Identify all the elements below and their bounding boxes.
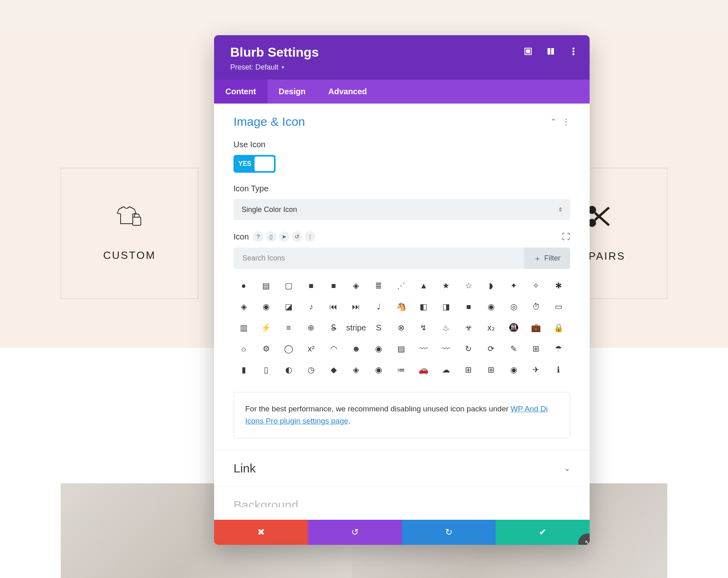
search-icons-input[interactable]: [233, 248, 524, 269]
icon-option[interactable]: 🔒: [552, 321, 565, 335]
icon-option[interactable]: ✎: [507, 342, 520, 356]
icon-option[interactable]: ◉: [372, 342, 386, 356]
icon-option[interactable]: ✧: [529, 279, 543, 292]
icon-type-select[interactable]: Single Color Icon: [233, 199, 570, 220]
icon-option[interactable]: ◉: [372, 363, 386, 377]
icon-option[interactable]: ♨: [439, 321, 453, 335]
icon-option[interactable]: ⊞: [529, 342, 543, 356]
reset-icon[interactable]: ↺: [292, 231, 302, 242]
icon-option[interactable]: ■: [462, 300, 475, 313]
icon-option[interactable]: ▤: [259, 279, 273, 292]
icon-option[interactable]: 🐴: [394, 300, 408, 313]
icon-option[interactable]: ●: [237, 279, 250, 292]
icon-option[interactable]: ◈: [237, 300, 250, 313]
icon-option[interactable]: ▭: [552, 300, 565, 313]
icon-option[interactable]: ≔: [394, 363, 408, 377]
cancel-button[interactable]: ✖: [214, 520, 308, 545]
tab-design[interactable]: Design: [267, 80, 317, 104]
icon-option[interactable]: ↻: [462, 342, 475, 356]
save-button[interactable]: ✔: [496, 520, 590, 545]
icon-option[interactable]: ◯: [282, 342, 295, 356]
tab-advanced[interactable]: Advanced: [317, 80, 378, 104]
chevron-down-icon[interactable]: ⌄: [564, 464, 570, 473]
icon-option[interactable]: ◐: [282, 363, 295, 377]
fullscreen-icon[interactable]: ⛶: [562, 232, 570, 241]
undo-button[interactable]: ↺: [308, 520, 402, 545]
icon-option[interactable]: ☣: [462, 321, 475, 335]
icon-option[interactable]: ◗: [484, 279, 498, 292]
icon-option[interactable]: ◉: [484, 300, 498, 313]
icon-option[interactable]: ⟳: [484, 342, 498, 356]
icon-option[interactable]: ▢: [282, 279, 295, 292]
icon-option[interactable]: 💼: [529, 321, 543, 335]
icon-option[interactable]: ☻: [349, 342, 363, 356]
cursor-icon[interactable]: ➤: [279, 231, 289, 242]
icon-option[interactable]: ◈: [349, 363, 363, 377]
icon-option[interactable]: ☆: [462, 279, 475, 292]
blurb-card-custom[interactable]: CUSTOM: [61, 168, 198, 299]
redo-button[interactable]: ↻: [402, 520, 496, 545]
icon-option[interactable]: S: [372, 321, 386, 335]
icon-option[interactable]: ◈: [349, 279, 363, 292]
use-icon-toggle[interactable]: YES: [233, 155, 276, 173]
mobile-icon[interactable]: ▯: [266, 231, 276, 242]
icon-option[interactable]: ▥: [237, 321, 250, 335]
icon-option[interactable]: ♪: [304, 300, 318, 313]
icon-option[interactable]: ◠: [327, 342, 340, 356]
help-icon[interactable]: ?: [253, 231, 263, 242]
icon-option[interactable]: ◉: [507, 363, 520, 377]
icon-option[interactable]: ☁: [439, 363, 453, 377]
filter-button[interactable]: ＋ Filter: [524, 248, 570, 269]
icon-option[interactable]: ↯: [417, 321, 431, 335]
icon-option[interactable]: 〰: [417, 342, 431, 356]
modal-body[interactable]: Image & Icon ⌃ ⋮ Use Icon YES Icon Type …: [214, 104, 590, 507]
icon-option[interactable]: ⊗: [394, 321, 408, 335]
icon-option[interactable]: ⊞: [462, 363, 475, 377]
icon-option[interactable]: ⚡: [259, 321, 273, 335]
icon-option[interactable]: ◉: [259, 300, 273, 313]
icon-option[interactable]: ≡: [282, 321, 295, 335]
icon-option[interactable]: 〰: [439, 342, 453, 356]
icon-option[interactable]: ⊞: [484, 363, 498, 377]
expand-icon[interactable]: [523, 47, 533, 56]
icon-option[interactable]: ▮: [237, 363, 250, 377]
more-icon[interactable]: [569, 47, 578, 56]
section-header-link[interactable]: Link ⌄: [233, 462, 570, 475]
icon-option[interactable]: ⏭: [349, 300, 363, 313]
icon-option[interactable]: ▤: [394, 342, 408, 356]
icon-option[interactable]: ✈: [529, 363, 543, 377]
icon-option[interactable]: ■: [327, 279, 340, 292]
icon-option[interactable]: ◎: [507, 300, 520, 313]
icon-option[interactable]: ⚙: [259, 342, 273, 356]
section-header-background[interactable]: Background: [233, 498, 570, 507]
icon-option[interactable]: 🚗: [417, 363, 431, 377]
icon-option[interactable]: ✱: [552, 279, 565, 292]
icon-option[interactable]: x²: [304, 342, 318, 356]
icon-option[interactable]: stripe: [349, 321, 363, 335]
tab-content[interactable]: Content: [214, 80, 267, 104]
columns-icon[interactable]: [546, 47, 556, 56]
icon-option[interactable]: ◷: [304, 363, 318, 377]
preset-dropdown[interactable]: Preset: Default ▼: [230, 63, 285, 72]
more-icon[interactable]: ⋮: [562, 117, 570, 127]
more-icon[interactable]: ⋮: [305, 231, 315, 242]
icon-option[interactable]: ★: [439, 279, 453, 292]
icon-option[interactable]: ℹ: [552, 363, 565, 377]
icon-option[interactable]: ☼: [237, 342, 250, 356]
icon-option[interactable]: ◪: [282, 300, 295, 313]
icon-option[interactable]: ✦: [507, 279, 520, 292]
icon-option[interactable]: ≣: [372, 279, 386, 292]
icon-option[interactable]: ◧: [417, 300, 431, 313]
icon-option[interactable]: ☂: [552, 342, 565, 356]
icon-option[interactable]: ⏱: [529, 300, 543, 313]
icon-option[interactable]: ⏮: [327, 300, 340, 313]
icon-option[interactable]: ■: [304, 279, 318, 292]
section-header-image-icon[interactable]: Image & Icon ⌃ ⋮: [233, 115, 570, 129]
icon-option[interactable]: ⋰: [394, 279, 408, 292]
icon-option[interactable]: 🚇: [507, 321, 520, 335]
icon-option[interactable]: ◆: [327, 363, 340, 377]
icon-option[interactable]: ▯: [259, 363, 273, 377]
icon-option[interactable]: ♩: [372, 300, 386, 313]
icon-option[interactable]: ▲: [417, 279, 431, 292]
icon-option[interactable]: x₂: [484, 321, 498, 335]
